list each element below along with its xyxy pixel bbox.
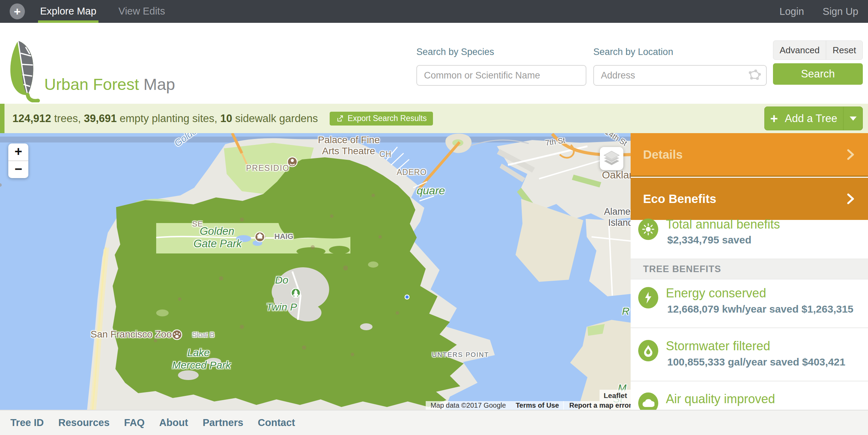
add-a-tree-button[interactable]: + Add a Tree (764, 107, 863, 130)
map-labels-layer: GoldenPalace of FineArts TheatrePRESIDIO… (0, 133, 631, 410)
energy-conserved-value: 12,668,079 kwh/year saved $1,263,315 (667, 303, 853, 315)
total-benefits-title[interactable]: Total annual benefits (666, 217, 780, 232)
map-label: CH (379, 150, 391, 159)
advanced-reset-group: Advanced Reset (773, 40, 863, 60)
map-label: 14th St (603, 133, 629, 148)
map-label: San Francisco Zoo (91, 329, 172, 340)
map-zoom-control: + − (8, 144, 28, 178)
eco-benefits-sidebar: Details Eco Benefits Total annual (631, 133, 868, 410)
draw-polygon-icon[interactable] (747, 68, 762, 82)
signup-link[interactable]: Sign Up (823, 6, 858, 17)
leaflet-attribution[interactable]: Leaflet (600, 390, 631, 401)
total-benefits-value: $2,334,795 saved (667, 234, 752, 246)
chevron-right-icon (845, 192, 856, 205)
map-label: Twin P (266, 301, 297, 313)
map-label: Palace of Fine (318, 135, 380, 146)
login-link[interactable]: Login (780, 6, 804, 17)
urban-forest-map-app: + Explore Map View Edits Login Sign Up U… (0, 0, 868, 435)
species-input[interactable] (416, 65, 586, 86)
map-label: HAIG (274, 232, 293, 241)
reset-button[interactable]: Reset (826, 41, 862, 59)
footer-link-tree-id[interactable]: Tree ID (10, 417, 44, 428)
footer: Tree ID Resources FAQ About Partners Con… (0, 410, 868, 435)
search-result-counts: 124,912 trees, 39,691 empty planting sit… (12, 112, 318, 125)
sun-benefit-icon (638, 219, 658, 240)
header: Urban Forest Map Search by Species Searc… (0, 23, 868, 104)
map-label: Golden (172, 133, 203, 149)
eco-benefits-accordion-header[interactable]: Eco Benefits (631, 178, 868, 220)
row-divider (631, 327, 868, 328)
map-label: Merced Park (172, 359, 231, 371)
plus-icon: + (770, 112, 778, 125)
map-label: Arts Theatre (322, 146, 375, 157)
footer-link-resources[interactable]: Resources (58, 417, 110, 428)
map-label: Do (275, 274, 288, 286)
map-label: Alameda (604, 206, 631, 217)
tab-view-edits[interactable]: View Edits (119, 0, 165, 23)
details-accordion-header[interactable]: Details (631, 133, 868, 177)
report-map-error-link[interactable]: Report a map error (563, 401, 631, 410)
chevron-right-icon (845, 148, 856, 161)
water-drop-icon (638, 340, 658, 361)
export-icon (336, 115, 343, 122)
layers-icon (602, 150, 621, 167)
species-search-group: Search by Species (416, 47, 586, 86)
leaf-logo-icon (8, 40, 43, 102)
map-label: Gate Park (194, 238, 242, 250)
location-search-group: Search by Location (593, 47, 767, 86)
zoom-out-button[interactable]: − (8, 160, 28, 178)
stormwater-filtered-value: 100,855,333 gal/year saved $403,421 (667, 356, 845, 368)
map-label: quare (417, 184, 445, 197)
terms-of-use-link[interactable]: Terms of Use (511, 401, 564, 410)
energy-bolt-icon (638, 287, 658, 308)
advanced-button[interactable]: Advanced (773, 41, 826, 59)
map-canvas[interactable]: GoldenPalace of FineArts TheatrePRESIDIO… (0, 133, 631, 410)
tab-explore-map[interactable]: Explore Map (40, 0, 96, 23)
footer-link-about[interactable]: About (159, 417, 188, 428)
location-input[interactable] (593, 65, 767, 86)
footer-link-faq[interactable]: FAQ (124, 417, 145, 428)
species-label: Search by Species (416, 47, 586, 57)
cloud-icon (638, 392, 658, 410)
map-label: Sloat B (192, 331, 214, 339)
stats-bar: 124,912 trees, 39,691 empty planting sit… (0, 104, 868, 133)
map-label: 7th St (545, 136, 566, 148)
map-label: UNTERS POINT (432, 351, 489, 359)
map-label: Oakland (602, 169, 631, 181)
energy-conserved-title[interactable]: Energy conserved (666, 286, 766, 300)
search-button[interactable]: Search (773, 63, 863, 85)
row-divider (631, 381, 868, 381)
map-label: R (622, 305, 630, 317)
plus-badge-icon[interactable]: + (10, 3, 25, 19)
zoom-in-button[interactable]: + (8, 144, 28, 160)
caret-down-icon (850, 117, 857, 121)
map-label: ADERO (397, 168, 427, 177)
top-navigation: + Explore Map View Edits Login Sign Up (0, 0, 868, 23)
map-data-attribution: Map data ©2017 Google (426, 401, 511, 410)
map-label: Golden (200, 225, 234, 238)
location-label: Search by Location (593, 47, 767, 57)
export-search-results-button[interactable]: Export Search Results (330, 112, 433, 126)
stormwater-filtered-title[interactable]: Stormwater filtered (666, 339, 770, 353)
nav-auth-links: Login Sign Up (780, 6, 858, 17)
layers-control[interactable] (600, 147, 623, 170)
map-label: Island (608, 218, 631, 228)
map-label: PRESIDIO (246, 164, 290, 173)
map-label: Lake (187, 347, 210, 359)
tree-benefits-section-header: TREE BENEFITS (631, 259, 868, 279)
add-tree-dropdown-toggle[interactable] (843, 107, 863, 130)
air-quality-improved-title[interactable]: Air quality improved (666, 392, 775, 406)
footer-link-contact[interactable]: Contact (258, 417, 295, 428)
footer-link-partners[interactable]: Partners (202, 417, 243, 428)
logo-wordmark[interactable]: Urban Forest Map (44, 75, 175, 94)
